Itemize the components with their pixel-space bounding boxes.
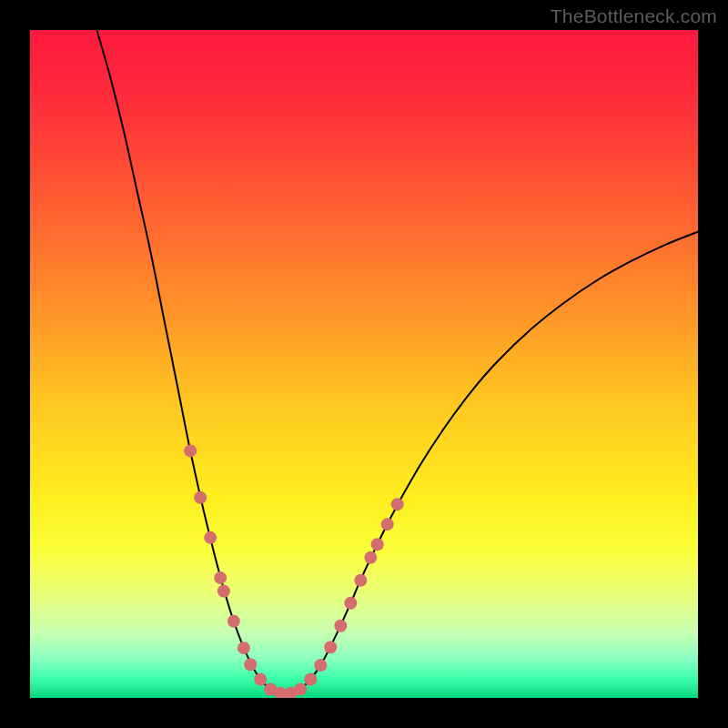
highlight-marker xyxy=(228,615,240,628)
highlight-marker xyxy=(184,444,197,457)
highlight-marker xyxy=(238,642,250,654)
highlight-marker xyxy=(194,491,207,504)
highlight-marker xyxy=(354,574,367,587)
highlight-marker xyxy=(391,498,404,511)
highlight-marker xyxy=(244,658,257,671)
highlight-marker xyxy=(204,531,217,544)
svg-rect-0 xyxy=(30,30,698,698)
highlight-marker xyxy=(214,571,227,584)
watermark-label: TheBottleneck.com xyxy=(551,5,717,27)
highlight-marker xyxy=(371,538,384,551)
plot-area xyxy=(30,30,698,698)
highlight-marker xyxy=(334,620,347,632)
chart-container: TheBottleneck.com xyxy=(0,0,728,728)
highlight-marker xyxy=(381,518,394,531)
highlight-marker xyxy=(294,682,307,695)
chart-svg xyxy=(30,30,698,698)
highlight-marker xyxy=(324,641,337,653)
highlight-marker xyxy=(314,659,327,672)
highlight-marker xyxy=(344,597,357,610)
highlight-marker xyxy=(304,672,317,685)
highlight-marker xyxy=(217,585,230,598)
highlight-marker xyxy=(254,672,267,685)
highlight-marker xyxy=(364,551,377,564)
